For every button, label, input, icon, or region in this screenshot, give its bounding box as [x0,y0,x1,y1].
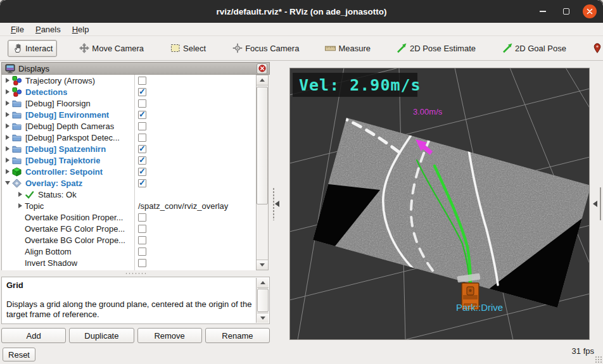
displays-panel-header[interactable]: Displays [1,62,270,75]
pose-arrow-icon [397,43,407,54]
maximize-button[interactable] [559,4,573,18]
expand-arrow-icon[interactable] [3,123,12,129]
display-enabled-checkbox[interactable] [138,77,146,85]
expand-arrow-icon[interactable] [3,146,12,151]
expand-arrow-icon[interactable] [3,158,12,163]
reset-button[interactable]: Reset [3,348,35,361]
fps-counter: 31 fps [572,346,594,356]
scroll-down-button[interactable] [257,260,268,270]
expand-arrow-icon[interactable] [16,192,25,197]
duplicate-button[interactable]: Duplicate [69,328,134,343]
expand-arrow-icon[interactable] [3,101,12,106]
tree-row-value-cell: /spatz_conv/rviz_overlay [136,200,256,211]
tree-row-debug-environment[interactable]: [Debug] Environment [2,109,256,120]
display-enabled-checkbox[interactable] [138,168,146,176]
description-scrollbar[interactable] [256,278,269,323]
tree-row-debug-floorsign[interactable]: [Debug] Floorsign [2,97,256,109]
display-enabled-checkbox[interactable] [138,179,146,187]
tool-label: Move Camera [92,44,144,53]
display-enabled-checkbox[interactable] [138,99,146,108]
remove-button[interactable]: Remove [137,328,202,343]
tree-row-overtake-bg-color-prope[interactable]: Overtake BG Color Prope... [2,234,256,246]
display-enabled-checkbox[interactable] [138,248,146,256]
triangle-down-icon [260,317,265,320]
expand-arrow-icon[interactable] [3,112,12,117]
display-enabled-checkbox[interactable] [138,156,146,165]
expand-arrow-icon[interactable] [3,169,12,174]
tool-measure[interactable]: Measure [321,40,375,57]
scroll-up-button[interactable] [257,75,268,85]
tool-label: Focus Camera [245,44,299,53]
tree-row-overtake-position-proper[interactable]: Overtake Position Proper... [2,211,256,223]
tool-move-camera[interactable]: Move Camera [74,40,148,57]
tree-row-detections[interactable]: Detections [2,86,256,97]
tree-row-label: [Debug] Trajektorie [25,156,100,165]
display-enabled-checkbox[interactable] [138,122,146,130]
expand-arrow-icon[interactable] [3,89,12,94]
property-value[interactable]: /spatz_conv/rviz_overlay [138,201,228,211]
tree-row-value-cell [136,166,256,177]
expand-arrow-icon[interactable] [3,135,12,140]
add-button[interactable]: Add [1,328,66,343]
display-enabled-checkbox[interactable] [138,88,146,96]
select-box-icon [170,43,181,54]
scrollbar-thumb[interactable] [257,289,269,312]
scroll-down-button[interactable] [257,313,269,323]
tool-interact[interactable]: Interact [8,40,57,57]
scrollbar-thumb[interactable] [257,87,268,204]
collapse-panel-arrow-icon[interactable] [275,201,279,207]
scroll-up-button[interactable] [257,278,269,288]
cube-icon [12,167,22,177]
minimize-button[interactable] [536,4,550,18]
tree-description-splitter[interactable] [1,270,270,277]
collapse-right-panel-arrow-icon[interactable] [593,201,597,207]
expand-arrow-icon[interactable] [3,181,12,185]
rename-button[interactable]: Rename [205,328,270,343]
render-scene: 3.00m/s Park::Drive Vel: 2.90m/s [290,68,589,339]
tree-row-controller-setpoint[interactable]: Controller: Setpoint [2,166,256,177]
tree-row-value-cell [136,234,256,246]
render-viewport[interactable]: 3.00m/s Park::Drive Vel: 2.90m/s [289,68,590,340]
tree-row-value-cell [136,75,256,86]
window-resize-grip[interactable] [595,356,602,363]
tree-row-trajectory-arrows[interactable]: Trajectory (Arrows) [2,75,256,86]
expand-arrow-icon[interactable] [3,78,12,83]
menu-panels[interactable]: Panels [30,23,67,35]
tree-row-overlay-spatz[interactable]: Overlay: Spatz [2,177,256,189]
tool-2d-pose-estimate[interactable]: 2D Pose Estimate [392,40,480,57]
tree-row-debug-spatzenhirn[interactable]: [Debug] Spatzenhirn [2,143,256,154]
tree-row-align-bottom[interactable]: Align Bottom [2,246,256,257]
close-button[interactable] [583,4,597,18]
tool-focus-camera[interactable]: Focus Camera [227,40,303,57]
display-enabled-checkbox[interactable] [138,213,146,222]
displays-close-button[interactable] [257,63,267,74]
display-enabled-checkbox[interactable] [138,134,146,142]
folder-icon [12,133,22,142]
menu-help[interactable]: Help [67,23,95,35]
tool-publish-point[interactable]: Publish Point [588,40,603,57]
display-enabled-checkbox[interactable] [138,145,146,153]
displays-tree-scrollbar[interactable] [256,75,269,270]
display-enabled-checkbox[interactable] [138,259,146,267]
display-enabled-checkbox[interactable] [138,236,146,244]
tree-row-overtake-fg-color-prope[interactable]: Overtake FG Color Prope... [2,223,256,234]
tree-row-debug-parkspot-detec[interactable]: [Debug] Parkspot Detec... [2,132,256,143]
tree-row-status-ok[interactable]: Status: Ok [2,189,256,200]
diamond-icon [12,179,22,188]
tree-row-value-cell [136,257,256,268]
tree-row-invert-shadow[interactable]: Invert Shadow [2,257,256,268]
tree-row-debug-trajektorie[interactable]: [Debug] Trajektorie [2,154,256,166]
tree-row-debug-depth-cameras[interactable]: [Debug] Depth Cameras [2,120,256,132]
move-camera-icon [79,43,89,54]
triangle-down-icon [260,263,265,267]
menu-file[interactable]: File [5,23,30,35]
display-enabled-checkbox[interactable] [138,225,146,233]
display-enabled-checkbox[interactable] [138,111,146,119]
tree-row-topic[interactable]: Topic/spatz_conv/rviz_overlay [2,200,256,211]
right-splitter-handle[interactable] [600,187,601,220]
tool-2d-goal-pose[interactable]: 2D Goal Pose [497,40,571,57]
tool-select[interactable]: Select [165,40,210,57]
expand-arrow-icon[interactable] [16,203,25,208]
selected-display-name: Grid [6,280,254,291]
interact-hand-icon [12,43,23,54]
